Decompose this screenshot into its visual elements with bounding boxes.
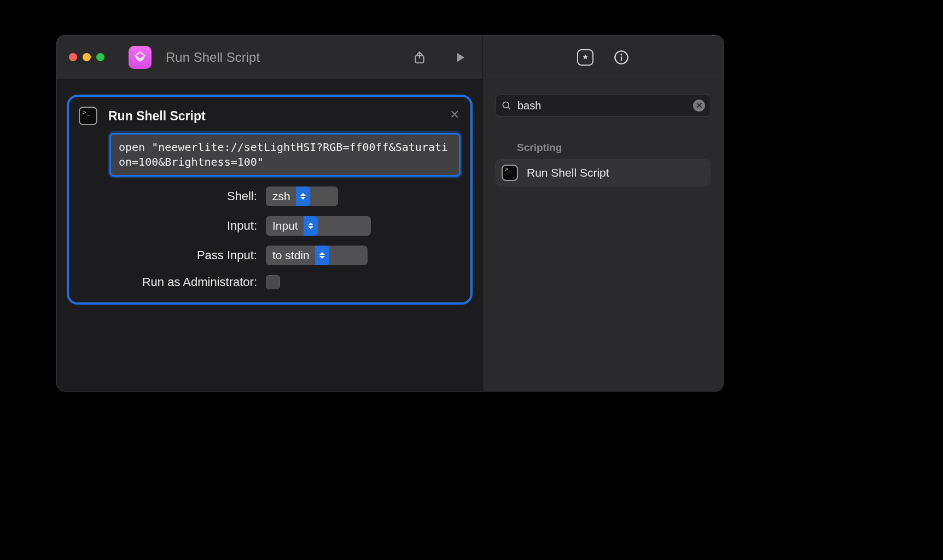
titlebar-left: Run Shell Script	[57, 46, 482, 69]
library-section-title: Scripting	[495, 142, 711, 154]
input-value: Input	[272, 219, 304, 232]
chevron-up-down-icon	[315, 246, 329, 265]
search-input[interactable]	[517, 100, 688, 112]
terminal-icon	[502, 165, 518, 181]
library-results: Scripting Run Shell Script	[495, 132, 711, 186]
remove-action-button[interactable]: ✕	[450, 109, 459, 121]
close-icon: ✕	[450, 108, 459, 121]
svg-point-2	[620, 54, 622, 55]
shortcuts-editor-window: Run Shell Script	[56, 35, 724, 392]
close-icon: ✕	[696, 101, 703, 110]
chevron-up-down-icon	[296, 186, 310, 206]
shell-select[interactable]: zsh	[266, 186, 338, 206]
library-item-run-shell-script[interactable]: Run Shell Script	[495, 159, 711, 186]
run-shell-script-action[interactable]: Run Shell Script ✕ open "neewerlite://se…	[67, 95, 473, 305]
library-tab[interactable]	[576, 48, 595, 67]
run-as-admin-checkbox[interactable]	[266, 275, 280, 289]
library-icon	[577, 49, 593, 66]
pass-input-select[interactable]: to stdin	[266, 246, 368, 265]
share-icon	[412, 50, 427, 65]
library-list: Run Shell Script	[495, 159, 711, 186]
info-icon	[614, 50, 629, 65]
shell-value: zsh	[272, 190, 296, 203]
workflow-canvas[interactable]: Run Shell Script ✕ open "neewerlite://se…	[57, 79, 482, 391]
titlebar-actions	[411, 49, 482, 66]
search-field[interactable]: ✕	[495, 95, 711, 116]
chevron-up-down-icon	[304, 216, 318, 236]
window-title: Run Shell Script	[166, 50, 260, 65]
pass-input-value: to stdin	[272, 249, 315, 262]
action-header: Run Shell Script	[79, 107, 461, 125]
share-button[interactable]	[411, 49, 428, 66]
shell-label: Shell:	[109, 189, 257, 203]
run-button[interactable]	[452, 49, 468, 66]
actions-library-sidebar: ✕ Scripting Run Shell Script	[482, 79, 723, 391]
zoom-window-button[interactable]	[96, 53, 104, 61]
window-body: Run Shell Script ✕ open "neewerlite://se…	[57, 79, 723, 391]
action-options: Shell: zsh Input: Input	[109, 186, 461, 289]
shortcuts-app-icon	[129, 46, 152, 69]
svg-point-4	[503, 102, 509, 108]
terminal-icon	[79, 107, 97, 125]
info-tab[interactable]	[612, 48, 631, 67]
svg-line-5	[508, 107, 510, 109]
inspector-tabs	[482, 36, 723, 79]
close-window-button[interactable]	[69, 53, 77, 61]
search-icon	[501, 100, 512, 111]
play-icon	[453, 51, 467, 64]
shortcuts-glyph-icon	[133, 50, 147, 65]
input-select[interactable]: Input	[266, 216, 371, 236]
action-title: Run Shell Script	[108, 109, 206, 124]
library-item-label: Run Shell Script	[527, 166, 609, 179]
svg-rect-3	[620, 56, 621, 61]
traffic-lights	[69, 53, 104, 61]
script-textarea[interactable]: open "neewerlite://setLightHSI?RGB=ff00f…	[109, 133, 461, 177]
minimize-window-button[interactable]	[83, 53, 91, 61]
input-label: Input:	[109, 219, 257, 233]
titlebar: Run Shell Script	[57, 36, 723, 79]
run-as-admin-label: Run as Administrator:	[109, 275, 257, 289]
clear-search-button[interactable]: ✕	[693, 100, 705, 112]
pass-input-label: Pass Input:	[109, 248, 257, 262]
